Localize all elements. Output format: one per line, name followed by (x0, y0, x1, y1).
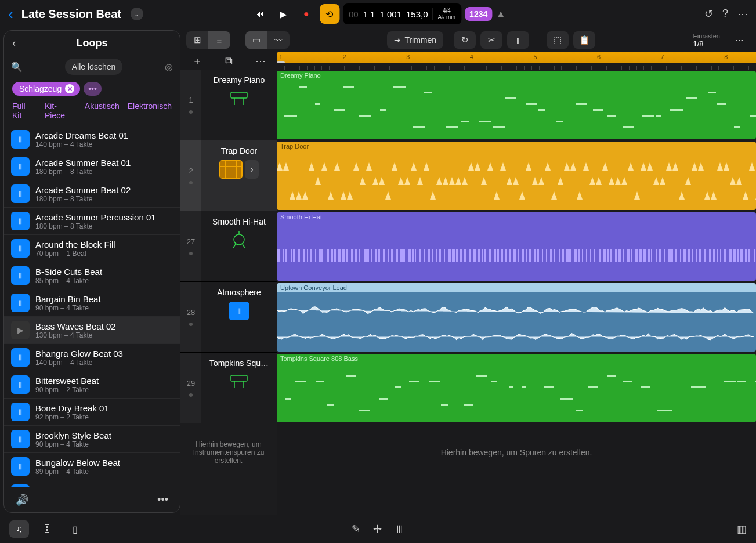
loop-name: Bungalow Below Beat (35, 458, 120, 468)
ruler-mark: 5 (533, 53, 537, 60)
loop-meta: 180 bpm – 8 Takte (35, 195, 131, 203)
filter-icon[interactable]: ◎ (165, 61, 173, 73)
loop-item[interactable]: ⫴ Arcade Summer Percussion 01 180 bpm – … (4, 208, 180, 235)
loop-meta: 140 bpm – 4 Takte (35, 140, 128, 149)
loop-name: Bass Waves Beat 02 (35, 321, 116, 331)
metronome-button[interactable]: ▲ (495, 8, 506, 20)
keyboard-button[interactable]: ▥ (737, 523, 747, 535)
track-header[interactable]: 28 Atmosphere⫴ (180, 282, 277, 353)
region[interactable]: Smooth Hi-Hat (277, 212, 756, 281)
track-status-dot (189, 110, 193, 114)
clear-all-button[interactable]: Alle löschen (65, 59, 123, 75)
loop-meta: 90 bpm – 4 Takte (35, 440, 111, 448)
loop-item[interactable]: ⫴ Bungalow Below Beat 89 bpm – 4 Takte (4, 453, 180, 480)
help-button[interactable]: ? (722, 8, 728, 20)
snap-selector[interactable]: Einrasten 1/8 (693, 32, 720, 48)
loop-item[interactable]: ⫴ Around the Block Fill 70 bpm – 1 Beat (4, 235, 180, 262)
ruler-mark: 8 (724, 53, 728, 60)
loop-item[interactable]: ⫴ Arcade Summer Beat 02 180 bpm – 8 Takt… (4, 180, 180, 208)
region[interactable]: Tompkins Square 808 Bass (277, 354, 756, 422)
count-in-button[interactable]: 1234 (465, 7, 492, 21)
search-icon[interactable]: 🔍 (11, 61, 23, 73)
loop-item[interactable]: ⫴ Brooklyn Style Beat 90 bpm – 4 Takte (4, 426, 180, 453)
volume-icon[interactable]: 🔊 (16, 494, 28, 506)
ruler-mark: 2 (343, 53, 346, 60)
track-header[interactable]: 1 Dreamy Piano (180, 70, 277, 140)
split-tool-button[interactable]: ⫿ (507, 31, 529, 49)
play-button[interactable]: ▶ (273, 4, 293, 24)
subtag-3[interactable]: Elektronisch (128, 102, 172, 120)
add-track-button[interactable]: ＋ (192, 54, 202, 68)
track-header[interactable]: 27 Smooth Hi-Hat (180, 211, 277, 282)
loop-meta: 180 bpm – 8 Takte (35, 222, 156, 230)
timeline-ruler[interactable]: 12345678 (277, 52, 756, 70)
track-more-button[interactable]: ⋯ (728, 31, 750, 49)
list-view-button[interactable]: ≡ (208, 31, 230, 49)
subtag-2[interactable]: Akustisch (85, 102, 120, 120)
lcd-bars: 1 1 (363, 9, 375, 19)
region-label: Uptown Conveyor Lead (280, 284, 347, 291)
loops-more-icon[interactable]: ••• (157, 494, 168, 506)
editor-button[interactable]: ▯ (65, 520, 85, 538)
empty-region-hint[interactable]: Hierhin bewegen, um Spuren zu erstellen. (277, 423, 756, 482)
region[interactable]: Uptown Conveyor Lead (277, 283, 756, 352)
track-header[interactable]: 2 Trap Door› (180, 140, 277, 211)
loop-item[interactable]: ⫴ Arcade Summer Beat 01 180 bpm – 8 Takt… (4, 153, 180, 180)
loop-type-icon: ⫴ (11, 457, 30, 476)
instrument-icon (227, 231, 251, 249)
region[interactable]: Trap Door (277, 142, 756, 210)
mixer-button[interactable]: 🎛 (37, 520, 57, 538)
clipboard-button[interactable]: 📋 (573, 31, 595, 49)
automation-view-button[interactable]: 〰 (267, 31, 290, 49)
track-number: 27 (187, 237, 195, 246)
loop-item[interactable]: ⫴ Bhangra Glow Beat 03 140 bpm – 4 Takte (4, 344, 180, 371)
loop-name: Arcade Dreams Beat 01 (35, 131, 128, 140)
time-signature: 4/4 (443, 8, 451, 14)
loop-item[interactable]: ▶ Bass Waves Beat 02 130 bpm – 4 Takte (4, 317, 180, 344)
loop-tool-button[interactable]: ↻ (454, 31, 476, 49)
track-header-more-button[interactable]: ⋯ (255, 55, 266, 67)
more-button[interactable]: ⋯ (737, 8, 748, 20)
tag-more-button[interactable]: ••• (84, 82, 102, 96)
region-view-button[interactable]: ▭ (245, 31, 267, 49)
track-header[interactable]: 29 Tompkins Squ… (180, 353, 277, 423)
pencil-tool-button[interactable]: ✎ (352, 523, 360, 535)
lcd-display[interactable]: 00 1 1 1 001 153,0 4/4 A♭ min (343, 3, 461, 24)
rewind-button[interactable]: ⏮ (250, 4, 270, 24)
empty-track-header-hint[interactable]: Hierhin bewegen, um Instrumentenspuren z… (180, 423, 277, 482)
grid-view-button[interactable]: ⊞ (186, 31, 208, 49)
subtag-1[interactable]: Kit-Piece (45, 102, 77, 120)
subtag-0[interactable]: Full Kit (12, 102, 37, 120)
scissors-tool-button[interactable]: ✂ (480, 31, 502, 49)
loop-item[interactable]: ⫴ Canal For Days Beat 01 160 bpm – 8 Bar… (4, 480, 180, 487)
undo-button[interactable]: ↺ (704, 8, 713, 20)
cycle-button[interactable]: ⟲ (320, 4, 339, 24)
snap-label: Einrasten (693, 32, 720, 39)
back-button[interactable]: ‹ (8, 5, 13, 23)
loop-type-icon: ⫴ (11, 130, 30, 149)
remove-tag-icon[interactable]: ✕ (65, 84, 74, 93)
duplicate-track-button[interactable]: ⧉ (225, 55, 233, 67)
loop-item[interactable]: ⫴ Bargain Bin Beat 90 bpm – 4 Takte (4, 289, 180, 317)
region[interactable]: Dreamy Piano (277, 71, 756, 139)
settings-icon[interactable]: ✢ (373, 523, 382, 535)
snap-value: 1/8 (693, 39, 704, 48)
project-menu-button[interactable]: ⌄ (131, 8, 143, 20)
loop-item[interactable]: ⫴ Bittersweet Beat 90 bpm – 2 Takte (4, 371, 180, 399)
expand-chevron-icon[interactable]: › (245, 160, 259, 179)
marquee-tool-button[interactable]: ⬚ (547, 31, 569, 49)
loop-item[interactable]: ⫴ Arcade Dreams Beat 01 140 bpm – 4 Takt… (4, 126, 180, 153)
loops-back-button[interactable]: ‹ (12, 37, 16, 49)
loop-type-icon: ⫴ (11, 239, 30, 258)
loop-item[interactable]: ⫴ B-Side Cuts Beat 85 bpm – 4 Takte (4, 262, 180, 289)
loop-item[interactable]: ⫴ Bone Dry Break 01 92 bpm – 2 Takte (4, 399, 180, 426)
active-tag-pill[interactable]: Schlagzeug ✕ (12, 82, 80, 96)
lcd-tempo: 153,0 (406, 9, 428, 19)
loop-meta: 140 bpm – 4 Takte (35, 359, 123, 367)
record-button[interactable]: ● (296, 4, 316, 24)
trim-label: Trimmen (404, 35, 436, 45)
browser-button[interactable]: ♫ (9, 520, 29, 538)
sliders-icon[interactable]: ⫼ (395, 523, 405, 535)
trim-tool-button[interactable]: ⇥ Trimmen (387, 31, 443, 49)
loop-meta: 89 bpm – 4 Takte (35, 468, 120, 476)
